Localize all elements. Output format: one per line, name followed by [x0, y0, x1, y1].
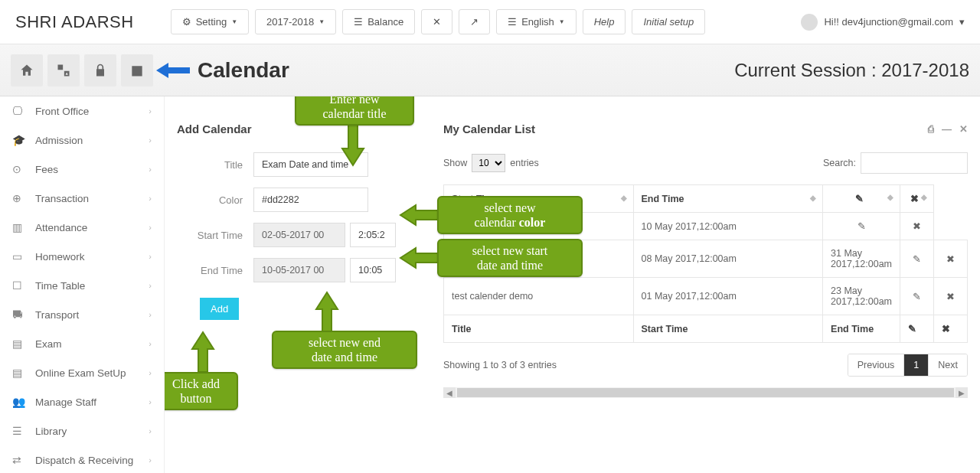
color-input[interactable]: [253, 188, 368, 212]
minimize-icon[interactable]: —: [942, 123, 952, 135]
svg-marker-4: [316, 292, 338, 332]
add-button[interactable]: Add: [200, 298, 239, 320]
foot-edit-icon: ✎: [900, 315, 934, 343]
avatar-icon: [801, 14, 818, 31]
caret-down-icon: ▼: [231, 18, 237, 25]
panel-actions: ⎙ — ✕: [928, 123, 968, 135]
cell-end: 23 May 2017,12:00am: [823, 278, 900, 315]
sidebar-item-label: Exam: [35, 338, 62, 350]
sidebar-item-fees[interactable]: ⊙Fees›: [0, 155, 164, 184]
pager-prev[interactable]: Previous: [848, 354, 904, 376]
chevron-right-icon: ›: [149, 310, 152, 319]
datatable-controls: Show 10 entries Search:: [443, 152, 968, 174]
sidebar-item-label: Homework: [35, 251, 85, 263]
balance-button[interactable]: ☰ Balance: [342, 9, 415, 34]
setting-label: Setting: [196, 16, 227, 28]
sidebar-item-online-exam[interactable]: ▤Online Exam SetUp›: [0, 358, 164, 387]
col-delete[interactable]: ✖◆: [900, 185, 934, 213]
color-label: Color: [177, 194, 253, 206]
delete-button[interactable]: ✖: [934, 278, 968, 315]
chevron-right-icon: ›: [149, 135, 152, 145]
users-icon: 👥: [12, 396, 26, 408]
layout: 🖵Front Office› 🎓Admission› ⊙Fees› ⊕Trans…: [0, 96, 980, 473]
svg-marker-2: [400, 205, 440, 225]
sidebar-item-label: Online Exam SetUp: [35, 367, 126, 379]
search-label: Search:: [823, 158, 856, 168]
calendar-list-panel: My Calendar List ⎙ — ✕ Show 10 entries S…: [443, 118, 968, 465]
sidebar-item-exam[interactable]: ▤Exam›: [0, 329, 164, 358]
sidebar-item-label: Attendance: [35, 222, 87, 233]
sidebar-item-label: Manage Staff: [35, 396, 96, 408]
sidebar-item-label: Library: [35, 426, 67, 437]
initial-setup-button[interactable]: Initial setup: [632, 9, 705, 34]
chevron-right-icon: ›: [149, 281, 152, 290]
end-date-input[interactable]: [253, 258, 345, 282]
col-edit[interactable]: ✎◆: [823, 185, 900, 213]
caret-down-icon: ▼: [318, 18, 325, 25]
resize-button[interactable]: ↗: [459, 9, 490, 34]
sidebar-item-manage-staff[interactable]: 👥Manage Staff›: [0, 387, 164, 416]
pager-next[interactable]: Next: [928, 354, 967, 376]
delete-button[interactable]: ✖: [934, 240, 968, 278]
fullscreen-button[interactable]: ✕: [421, 9, 452, 34]
scroll-left-icon[interactable]: ◀: [443, 387, 456, 398]
end-time-input[interactable]: [350, 258, 396, 282]
balance-label: Balance: [368, 16, 403, 28]
edit-button[interactable]: ✎: [900, 240, 934, 278]
arrow-up-icon: [313, 291, 341, 334]
end-label: End Time: [177, 265, 253, 276]
horizontal-scrollbar[interactable]: ◀ ▶: [443, 387, 968, 398]
lock-icon[interactable]: [84, 54, 116, 86]
cell-end: 31 May 2017,12:00am: [823, 240, 900, 278]
start-date-input[interactable]: [253, 223, 345, 247]
file-icon: ▤: [12, 338, 26, 350]
help-button[interactable]: Help: [583, 9, 626, 34]
page-length-select[interactable]: 10: [472, 154, 505, 172]
scroll-thumb[interactable]: [457, 388, 954, 397]
col-end-label: End Time: [642, 194, 684, 204]
sidebar-item-label: Transport: [35, 309, 79, 321]
sidebar-item-homework[interactable]: ▭Homework›: [0, 242, 164, 271]
edit-button[interactable]: ✎: [900, 278, 934, 315]
delete-button[interactable]: ✖: [900, 213, 934, 240]
sidebar-item-library[interactable]: ☰Library›: [0, 416, 164, 445]
setting-dropdown[interactable]: ⚙ Setting ▼: [171, 9, 249, 34]
sidebar-item-timetable[interactable]: ☐Time Table›: [0, 271, 164, 300]
cell-title: test calender demo: [444, 278, 634, 315]
table-info: Showing 1 to 3 of 3 entries: [443, 360, 557, 370]
sidebar-item-dispatch[interactable]: ⇄Dispatch & Receiving›: [0, 445, 164, 473]
start-time-input[interactable]: [350, 223, 396, 247]
money-icon: ⊙: [12, 163, 26, 175]
home-icon[interactable]: [11, 54, 43, 86]
pager-page-1[interactable]: 1: [903, 354, 928, 376]
arrow-up-icon: [189, 331, 217, 374]
sidebar-item-label: Transaction: [35, 193, 89, 204]
search-input[interactable]: [861, 152, 968, 174]
edit-button[interactable]: ✎: [823, 213, 900, 240]
user-menu[interactable]: Hi!! dev4junction@gmail.com ▾: [801, 14, 965, 31]
title-label: Title: [177, 159, 253, 171]
calendar-icon[interactable]: [121, 54, 153, 86]
sidebar-item-front-office[interactable]: 🖵Front Office›: [0, 96, 164, 126]
session-dropdown[interactable]: 2017-2018 ▼: [255, 9, 336, 34]
language-dropdown[interactable]: ☰ English ▼: [496, 9, 577, 34]
sidebar-item-attendance[interactable]: ▥Attendance›: [0, 213, 164, 242]
print-icon[interactable]: ⎙: [928, 123, 934, 135]
svg-marker-3: [400, 248, 440, 268]
sort-icon: ◆: [621, 194, 626, 202]
callout-color-line2a: calendar: [475, 216, 519, 229]
cell-start: 08 May 2017,12:00am: [633, 240, 823, 278]
chevron-right-icon: ›: [149, 397, 152, 406]
sort-icon: ◆: [921, 193, 926, 201]
brand-title: SHRI ADARSH: [15, 12, 134, 32]
session-label: 2017-2018: [266, 16, 314, 28]
col-end[interactable]: End Time◆: [633, 185, 823, 213]
sidebar-item-transport[interactable]: ⛟Transport›: [0, 300, 164, 329]
sidebar-item-admission[interactable]: 🎓Admission›: [0, 126, 164, 155]
close-icon[interactable]: ✕: [959, 123, 968, 135]
translate-icon[interactable]: [47, 54, 80, 86]
datatable-footer: Showing 1 to 3 of 3 entries Previous 1 N…: [443, 354, 968, 377]
svg-marker-5: [192, 332, 214, 372]
sidebar-item-transaction[interactable]: ⊕Transaction›: [0, 184, 164, 213]
scroll-right-icon[interactable]: ▶: [956, 387, 968, 398]
